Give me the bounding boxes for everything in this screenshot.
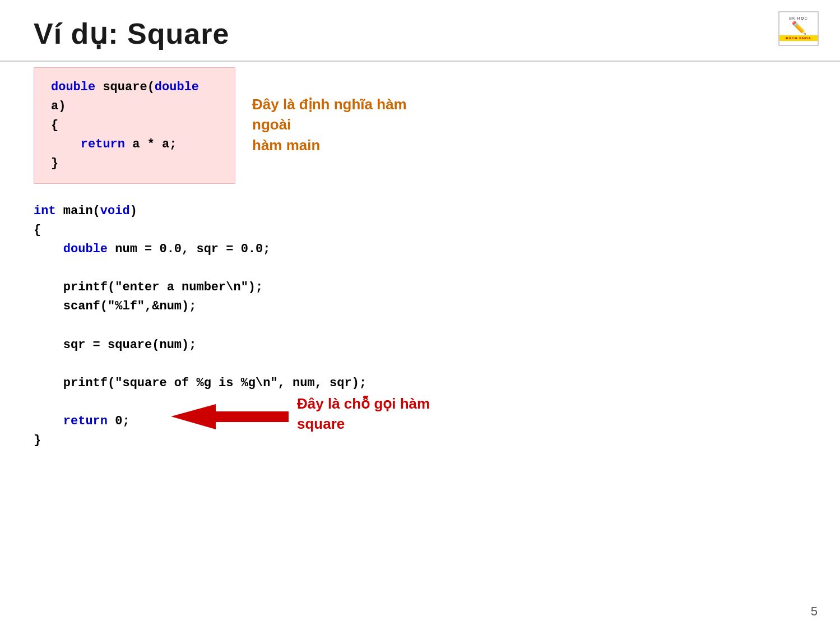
code-keyword-int: int — [34, 204, 56, 218]
logo-bottom-text: BÁCH KHOA — [779, 36, 818, 40]
svg-marker-0 — [171, 404, 289, 429]
title-divider — [0, 61, 840, 62]
code-keyword-return1: return — [81, 137, 125, 151]
code-keyword-double2: double — [155, 80, 199, 94]
logo-top-text: BK HỌC — [789, 16, 807, 21]
code-keyword-double3: double — [63, 242, 108, 256]
code-function-block: double square(double a) { return a * a; … — [34, 67, 235, 184]
annotation-function-definition: Đây là định nghĩa hàm ngoàihàm main — [252, 94, 443, 155]
annotation-function-call: Đây là chỗ gọi hàmsquare — [297, 393, 430, 434]
code-keyword-void: void — [100, 204, 130, 218]
code-function: double square(double a) { return a * a; … — [51, 78, 218, 173]
logo: BK HỌC ✏️ BÁCH KHOA — [778, 11, 823, 50]
page-number: 5 — [811, 604, 818, 619]
code-keyword-return2: return — [63, 414, 108, 428]
page-title: Ví dụ: Square — [34, 17, 229, 50]
logo-pencil-icon: ✏️ — [791, 21, 806, 35]
code-keyword-double: double — [51, 80, 95, 94]
arrow-icon — [171, 401, 289, 432]
